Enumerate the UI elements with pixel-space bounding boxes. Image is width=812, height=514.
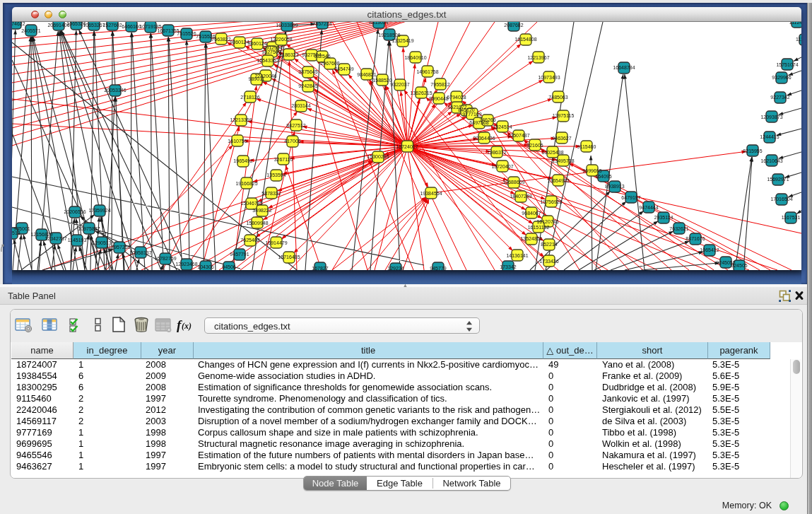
svg-text:9463627: 9463627 xyxy=(552,136,571,141)
svg-text:9227342: 9227342 xyxy=(770,95,789,100)
svg-text:7857234: 7857234 xyxy=(312,22,331,26)
svg-text:10507487: 10507487 xyxy=(507,133,529,138)
svg-text:10653267: 10653267 xyxy=(83,23,105,28)
svg-text:20053346: 20053346 xyxy=(104,88,126,93)
svg-text:8186323: 8186323 xyxy=(279,52,298,57)
svg-text:945779: 945779 xyxy=(430,266,446,270)
svg-text:9329966: 9329966 xyxy=(772,75,791,80)
svg-text:17016504: 17016504 xyxy=(770,197,792,201)
svg-text:7986372: 7986372 xyxy=(487,150,506,155)
svg-text:15046785: 15046785 xyxy=(240,201,262,206)
svg-text:18640910: 18640910 xyxy=(404,55,426,60)
svg-text:1112935: 1112935 xyxy=(796,37,801,42)
svg-text:10958137: 10958137 xyxy=(129,250,151,255)
svg-text:13325419: 13325419 xyxy=(392,38,413,43)
svg-text:15300295: 15300295 xyxy=(367,154,389,159)
svg-text:991513: 991513 xyxy=(12,230,20,235)
svg-text:1353594: 1353594 xyxy=(266,173,286,177)
svg-text:15751074: 15751074 xyxy=(776,62,798,67)
svg-text:12923468: 12923468 xyxy=(175,262,197,267)
svg-text:19756928: 19756928 xyxy=(540,199,562,204)
svg-text:15692971: 15692971 xyxy=(767,177,789,182)
svg-text:8990448: 8990448 xyxy=(429,96,448,101)
svg-text:8471676: 8471676 xyxy=(686,236,705,241)
svg-text:94506: 94506 xyxy=(222,264,236,269)
svg-text:7663822: 7663822 xyxy=(211,37,230,42)
svg-text:15720407: 15720407 xyxy=(491,164,513,169)
svg-text:20364436: 20364436 xyxy=(473,136,495,141)
svg-text:2967608: 2967608 xyxy=(320,61,339,66)
svg-text:16914479: 16914479 xyxy=(265,240,287,245)
svg-text:13654923: 13654923 xyxy=(547,178,569,183)
svg-text:1588520: 1588520 xyxy=(372,78,392,83)
svg-text:7625402: 7625402 xyxy=(240,238,259,243)
svg-text:16154808: 16154808 xyxy=(514,37,536,42)
svg-text:16782759: 16782759 xyxy=(154,256,176,261)
svg-text:7485063: 7485063 xyxy=(548,95,567,100)
svg-text:18724007: 18724007 xyxy=(396,144,418,149)
svg-text:10025438: 10025438 xyxy=(541,150,563,155)
svg-text:5878332: 5878332 xyxy=(261,191,281,196)
svg-text:1324514: 1324514 xyxy=(493,124,512,129)
svg-text:6466160: 6466160 xyxy=(122,24,141,29)
svg-text:3875645: 3875645 xyxy=(298,69,317,74)
svg-text:417006: 417006 xyxy=(284,139,300,144)
svg-text:3498222: 3498222 xyxy=(252,208,271,213)
svg-text:20206556: 20206556 xyxy=(64,209,86,214)
svg-text:16648784: 16648784 xyxy=(613,65,635,70)
svg-text:19166825: 19166825 xyxy=(235,181,257,186)
svg-text:14136141: 14136141 xyxy=(506,253,528,258)
svg-text:1674622: 1674622 xyxy=(12,22,25,26)
svg-text:1965492: 1965492 xyxy=(233,158,252,163)
svg-text:10973493: 10973493 xyxy=(538,75,560,80)
svg-text:19384554: 19384554 xyxy=(420,191,442,196)
svg-text:16120746: 16120746 xyxy=(536,219,558,224)
svg-text:9684067: 9684067 xyxy=(522,211,541,216)
svg-text:852214: 852214 xyxy=(541,242,557,247)
svg-text:9242845: 9242845 xyxy=(298,83,317,88)
svg-text:9846821: 9846821 xyxy=(357,72,376,77)
svg-text:1167531: 1167531 xyxy=(782,215,801,220)
svg-text:17359924: 17359924 xyxy=(88,208,110,213)
svg-text:2935114: 2935114 xyxy=(654,215,673,220)
svg-text:18407249: 18407249 xyxy=(510,194,531,199)
svg-text:7955812: 7955812 xyxy=(430,82,449,87)
svg-text:12342737: 12342737 xyxy=(45,236,66,241)
svg-text:1145193: 1145193 xyxy=(68,238,87,243)
svg-text:15809948: 15809948 xyxy=(246,221,268,226)
svg-text:12213967: 12213967 xyxy=(527,55,549,60)
svg-text:7515526: 7515526 xyxy=(177,31,196,36)
svg-text:2718126: 2718126 xyxy=(240,95,259,100)
svg-text:16151132: 16151132 xyxy=(528,225,550,230)
svg-text:2405571: 2405571 xyxy=(21,28,40,33)
svg-text:9474444: 9474444 xyxy=(639,205,658,210)
svg-text:8813054: 8813054 xyxy=(369,22,388,25)
svg-text:167827: 167827 xyxy=(312,266,328,270)
svg-text:13975115: 13975115 xyxy=(553,113,575,118)
svg-text:9860124: 9860124 xyxy=(230,40,249,45)
svg-text:14961758: 14961758 xyxy=(416,69,438,74)
svg-text:173342: 173342 xyxy=(500,264,516,269)
svg-text:111243: 111243 xyxy=(789,22,801,25)
svg-text:9327508: 9327508 xyxy=(261,49,281,54)
svg-text:1065412: 1065412 xyxy=(700,247,719,252)
svg-text:9115460: 9115460 xyxy=(577,144,596,149)
svg-text:13524851: 13524851 xyxy=(520,236,542,241)
svg-text:(x): (x) xyxy=(182,321,192,331)
svg-text:10975887: 10975887 xyxy=(78,226,100,231)
svg-text:6479197: 6479197 xyxy=(621,195,640,200)
svg-text:1610755: 1610755 xyxy=(228,139,247,144)
svg-text:932546: 932546 xyxy=(314,54,330,59)
svg-text:989011: 989011 xyxy=(249,76,265,81)
svg-text:9457791: 9457791 xyxy=(230,252,249,257)
svg-text:2803144: 2803144 xyxy=(291,103,310,108)
svg-text:13226058: 13226058 xyxy=(270,37,292,42)
svg-text:15716485: 15716485 xyxy=(278,255,300,259)
svg-text:8454749: 8454749 xyxy=(334,66,353,71)
svg-text:6794028: 6794028 xyxy=(447,95,466,100)
svg-text:1733426: 1733426 xyxy=(539,259,558,264)
svg-text:16671355: 16671355 xyxy=(157,28,179,33)
svg-text:921605: 921605 xyxy=(526,143,543,148)
svg-text:8938913: 8938913 xyxy=(605,184,624,189)
svg-text:13626215: 13626215 xyxy=(410,90,432,95)
